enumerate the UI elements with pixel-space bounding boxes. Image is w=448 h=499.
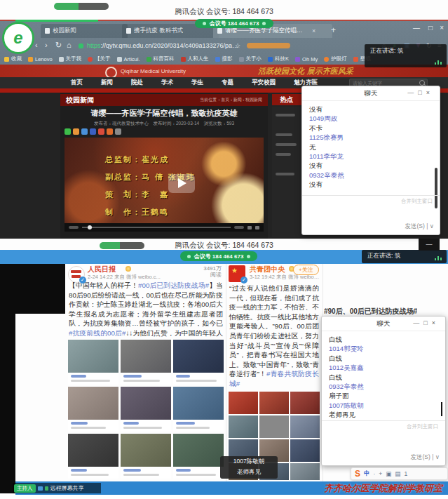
- chat-minimize-button[interactable]: —: [407, 89, 418, 96]
- share-weibo-icon[interactable]: [90, 128, 96, 135]
- nav-departments[interactable]: 院处: [122, 79, 152, 87]
- chat-titlebar[interactable]: 聊天 —□×: [302, 86, 440, 101]
- home-icon[interactable]: ⌂: [67, 41, 72, 49]
- photo-tile[interactable]: [68, 340, 118, 385]
- photo-tile[interactable]: [229, 415, 258, 438]
- sidebar-hashtag[interactable]: #90后、00后已到达防疫战场#: [324, 307, 417, 317]
- new-tab-button[interactable]: +: [331, 25, 336, 35]
- share-netease-icon[interactable]: [98, 128, 104, 135]
- video-player[interactable]: 总监制：崔光成 副总监：马 倩 张淑玮 策 划：李 嘉 制 作：王鹤鸣: [65, 138, 264, 232]
- breadcrumb[interactable]: 当前位置：首页 › 新闻 › 校园新闻: [200, 97, 262, 103]
- merge-to-main-link[interactable]: 合并到主窗口: [407, 423, 438, 430]
- search-icon[interactable]: [419, 80, 425, 86]
- tab-close-icon[interactable]: ×: [312, 27, 315, 34]
- hot-search-widget[interactable]: [247, 43, 290, 48]
- bookmark-item[interactable]: 关于我: [59, 55, 82, 62]
- bookmark-item[interactable]: Lenovo: [28, 56, 53, 62]
- chat-maximize-button[interactable]: □: [418, 89, 426, 96]
- chat-input[interactable]: [306, 206, 435, 219]
- nav-topics[interactable]: 专题: [212, 79, 243, 87]
- chat-sender[interactable]: 0932辛泰然: [329, 382, 435, 391]
- hashtag-link[interactable]: #00后已到达防疫战场#: [138, 281, 209, 289]
- chat-maximize-button[interactable]: □: [423, 319, 431, 326]
- chat-sender[interactable]: 1014郭雯玲: [329, 344, 435, 353]
- chat-sender[interactable]: 1125徐赛男: [309, 133, 430, 142]
- sogou-logo-icon[interactable]: S: [355, 469, 360, 479]
- nav-news[interactable]: 新闻: [92, 79, 122, 87]
- chat-sender[interactable]: 1007陈敬朝: [329, 401, 435, 410]
- post-time-source[interactable]: 2-24 14:22 来自 微博 weibo.c...: [88, 274, 161, 281]
- photo-tile[interactable]: [173, 387, 224, 432]
- post-author[interactable]: 人民日报: [88, 265, 116, 274]
- punctuation-icon[interactable]: ·: [374, 470, 376, 477]
- window-minimize-button[interactable]: —: [413, 24, 420, 32]
- bookmark-item[interactable]: 护眼灯: [324, 55, 347, 62]
- share-qzone-icon[interactable]: [73, 128, 79, 135]
- keyboard-icon[interactable]: ▣: [386, 470, 391, 477]
- minimized-window-button[interactable]: —: [419, 239, 440, 251]
- browser-logo-icon[interactable]: e: [2, 22, 34, 54]
- send-button[interactable]: 发送(S) | ∨: [405, 222, 434, 231]
- video-controls[interactable]: [65, 223, 264, 232]
- chat-sender[interactable]: 1049周政: [309, 114, 430, 123]
- progress-bar[interactable]: [82, 227, 231, 228]
- chat-input[interactable]: [326, 430, 441, 450]
- chat-message-list[interactable]: 没有 1049周政 不卡 1125徐赛男 无 1011李华龙 没有 0932辛泰…: [309, 105, 430, 189]
- photo-tile[interactable]: [121, 387, 171, 432]
- chat-close-button[interactable]: ×: [432, 319, 440, 326]
- toolbox-icon[interactable]: 1: [404, 470, 407, 477]
- photo-tile[interactable]: [290, 392, 320, 414]
- photo-tile[interactable]: [259, 415, 289, 438]
- photo-tile[interactable]: [68, 387, 118, 432]
- play-button[interactable]: [168, 174, 195, 193]
- meeting-id-pill[interactable]: 会议号 184 464 673: [180, 251, 257, 261]
- hot-topics-tab[interactable]: 热点: [272, 94, 301, 105]
- send-options-caret[interactable]: ∨: [435, 453, 440, 460]
- photo-tile[interactable]: [173, 434, 224, 479]
- bookmark-item[interactable]: 【关于: [88, 55, 111, 62]
- add-icon[interactable]: +: [379, 470, 382, 477]
- bookmark-item[interactable]: 收藏: [4, 55, 22, 62]
- chat-message-list[interactable]: 白线 1014郭雯玲 白线 1012吴嘉鑫 白线 0932辛泰然 扇子面 100…: [329, 335, 435, 420]
- skin-icon[interactable]: ▤: [395, 470, 400, 477]
- bookmark-item[interactable]: Articul.: [117, 56, 140, 62]
- tab-campus-news[interactable]: 校园新闻: [41, 24, 128, 38]
- bookmark-star-icon[interactable]: ☆: [235, 42, 240, 49]
- chat-sender[interactable]: 1011李华龙: [309, 152, 430, 161]
- chat-scrollbar[interactable]: [441, 402, 442, 416]
- post-author[interactable]: 共青团中央: [250, 265, 285, 274]
- follow-button[interactable]: +关注: [293, 265, 319, 275]
- chat-toast[interactable]: 1007陈敬朝 老师再见: [220, 456, 278, 479]
- share-link-icon[interactable]: [115, 128, 121, 135]
- back-icon[interactable]: ‹: [35, 41, 38, 49]
- hashtag-link[interactable]: #抗疫前线的00后#: [69, 329, 125, 337]
- share-more-icon[interactable]: [107, 128, 113, 135]
- chat-sender[interactable]: 0932辛泰然: [309, 171, 430, 180]
- nav-academic[interactable]: 学术: [152, 79, 182, 87]
- bookmark-item[interactable]: 科技K: [268, 55, 289, 62]
- photo-tile[interactable]: [290, 415, 320, 438]
- photo-tile[interactable]: [121, 434, 171, 479]
- ime-toolbar[interactable]: S 中 · + ▣ ▤ 1: [351, 467, 448, 480]
- refresh-icon[interactable]: ↻: [55, 41, 62, 50]
- bookmark-item[interactable]: Oh My: [295, 56, 318, 62]
- nav-students[interactable]: 学生: [182, 79, 212, 87]
- chat-minimize-button[interactable]: —: [413, 319, 423, 326]
- photo-tile[interactable]: [173, 340, 224, 385]
- meeting-id-pill[interactable]: 会议号 184 464 673: [195, 19, 273, 28]
- photo-tile[interactable]: [290, 439, 320, 462]
- window-maximize-button[interactable]: □: [428, 24, 433, 32]
- send-options-caret[interactable]: ∨: [430, 222, 434, 229]
- window-close-button[interactable]: ×: [440, 24, 444, 32]
- forward-icon[interactable]: ›: [45, 41, 48, 49]
- merge-to-main-link[interactable]: 合并到主窗口: [401, 198, 433, 205]
- chat-close-button[interactable]: ×: [426, 89, 434, 96]
- fullscreen-icon[interactable]: [255, 226, 259, 229]
- lang-cn-icon[interactable]: 中: [364, 470, 370, 478]
- volume-icon[interactable]: [247, 226, 252, 229]
- send-button[interactable]: 发送(S) | ∨: [410, 453, 440, 462]
- bookmark-item[interactable]: 搜影: [215, 55, 233, 62]
- photo-tile[interactable]: [68, 434, 118, 479]
- photo-tile[interactable]: [121, 340, 171, 385]
- chat-sender[interactable]: 1012吴嘉鑫: [329, 363, 435, 372]
